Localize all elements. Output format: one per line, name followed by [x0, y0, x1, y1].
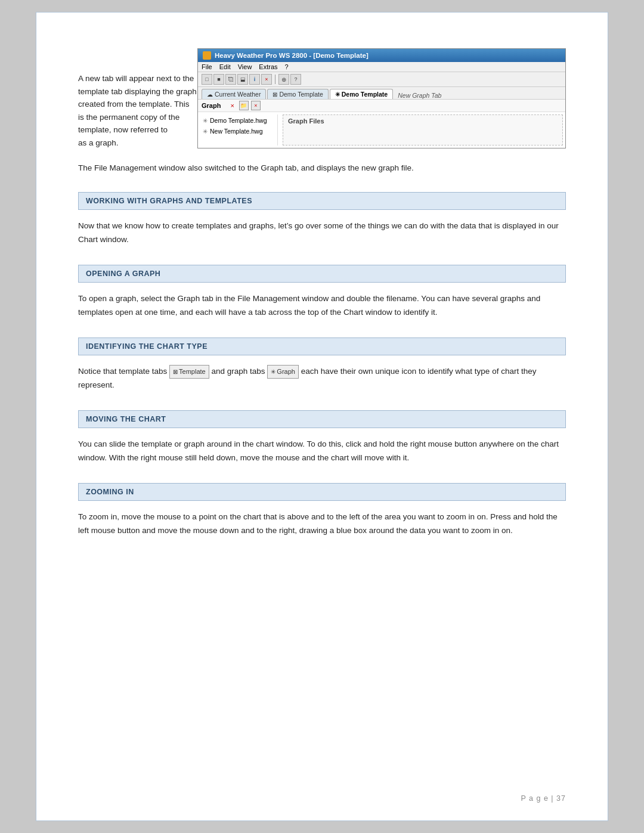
template-badge-label: Template [179, 366, 206, 377]
toolbar-sep1 [275, 75, 275, 84]
toolbar-info[interactable]: i [249, 74, 260, 85]
menu-edit[interactable]: Edit [219, 63, 231, 70]
template-badge-icon: ⊠ [173, 367, 178, 377]
graph-close-btn[interactable]: × [230, 102, 234, 109]
toolbar-connect[interactable]: ⊕ [278, 74, 289, 85]
inner-close-btn[interactable]: × [251, 101, 261, 110]
app-title-text: Heavy Weather Pro WS 2800 - [Demo Templa… [215, 52, 369, 59]
template-badge: ⊠ Template [169, 365, 209, 379]
section-header-working-graphs: WORKING WITH GRAPHS AND TEMPLATES [78, 192, 566, 210]
graph-badge: ✳ Graph [267, 365, 299, 379]
section-header-opening-graph: OPENING A GRAPH [78, 265, 566, 283]
tab-demo-template-graph[interactable]: ✳ Demo Template [330, 89, 393, 99]
footer-text: P a g e | 37 [521, 794, 566, 803]
section-header-moving-chart-text: MOVING THE CHART [86, 415, 166, 423]
intro-left-text: A new tab will appear next to the templa… [78, 72, 197, 150]
toolbar-paste[interactable]: ⬓ [237, 74, 248, 85]
section-header-chart-type-text: IDENTIFYING THE CHART TYPE [86, 342, 208, 351]
toolbar-close[interactable]: × [261, 74, 272, 85]
desc-text: The File Management window also switched… [78, 162, 566, 175]
app-titlebar: Heavy Weather Pro WS 2800 - [Demo Templa… [198, 49, 565, 62]
menu-extras[interactable]: Extras [259, 63, 277, 70]
file-list: ✳ Demo Template.hwg ✳ New Template.hwg [200, 114, 278, 145]
graph-files-panel: Graph Files [283, 114, 563, 145]
toolbar-save[interactable]: ■ [213, 74, 224, 85]
app-menubar[interactable]: File Edit View Extras ? [198, 62, 565, 72]
app-inner-toolbar: Graph × 📁 × [198, 100, 565, 112]
intro-line2: permanent copy of the [100, 113, 179, 122]
section-body-zooming: To zoom in, move the mouse to a point on… [78, 510, 566, 538]
tab-current-weather-label: Current Weather [215, 91, 261, 98]
section-body-working-graphs: Now that we know how to create templates… [78, 219, 566, 247]
graph-panel-label: Graph [202, 102, 221, 109]
file-name-1: Demo Template.hwg [210, 116, 267, 126]
section-body-moving-chart: You can slide the template or graph arou… [78, 438, 566, 465]
graph-badge-icon: ✳ [271, 367, 275, 377]
intro-line4: as a graph. [78, 138, 119, 147]
current-weather-icon: ☁ [207, 91, 213, 98]
tab-demo-template[interactable]: ⊠ Demo Template [267, 89, 328, 99]
graph-badge-label: Graph [277, 366, 295, 377]
app-tabs-row: ☁ Current Weather ⊠ Demo Template ✳ Demo… [198, 87, 565, 100]
file-item-1[interactable]: ✳ Demo Template.hwg [202, 116, 276, 126]
menu-view[interactable]: View [238, 63, 252, 70]
section-header-zooming-text: ZOOMING IN [86, 488, 134, 496]
graph-files-label: Graph Files [288, 117, 324, 125]
toolbar-new[interactable]: □ [202, 74, 212, 85]
tab-demo-template-label: Demo Template [279, 91, 323, 98]
app-title-icon [203, 51, 211, 60]
demo-template-graph-icon: ✳ [335, 91, 340, 98]
intro-screenshot-area: A new tab will appear next to the templa… [78, 48, 566, 150]
section-header-moving-chart: MOVING THE CHART [78, 410, 566, 428]
file-name-2: New Template.hwg [210, 127, 263, 137]
app-file-area: ✳ Demo Template.hwg ✳ New Template.hwg G… [198, 112, 565, 148]
section-body-chart-type: Notice that template tabs ⊠ Template and… [78, 365, 566, 392]
demo-template-icon: ⊠ [273, 91, 277, 98]
section-body-opening-graph: To open a graph, select the Graph tab in… [78, 292, 566, 320]
menu-help[interactable]: ? [285, 63, 289, 70]
section-header-opening-graph-text: OPENING A GRAPH [86, 270, 160, 278]
file-icon-1: ✳ [203, 116, 208, 125]
toolbar-copy[interactable]: ⿻ [225, 74, 236, 85]
page: A new tab will appear next to the templa… [36, 12, 608, 821]
file-item-2[interactable]: ✳ New Template.hwg [202, 126, 276, 137]
section-header-chart-type: IDENTIFYING THE CHART TYPE [78, 337, 566, 355]
menu-file[interactable]: File [202, 63, 212, 70]
tab-current-weather[interactable]: ☁ Current Weather [202, 89, 266, 99]
app-screenshot: Heavy Weather Pro WS 2800 - [Demo Templa… [197, 48, 566, 148]
inner-folder-btn[interactable]: 📁 [239, 101, 249, 110]
toolbar-question[interactable]: ? [290, 74, 301, 85]
section-header-working-graphs-text: WORKING WITH GRAPHS AND TEMPLATES [86, 197, 252, 205]
section-header-zooming: ZOOMING IN [78, 483, 566, 501]
chart-type-text-middle: and graph tabs [212, 367, 268, 376]
new-tab-label: New Graph Tab [398, 92, 441, 99]
intro-line3: template, now referred to [78, 125, 168, 134]
file-icon-2: ✳ [203, 127, 208, 136]
tab-demo-template-graph-label: Demo Template [342, 91, 388, 98]
chart-type-text-before: Notice that template tabs [78, 367, 169, 376]
page-footer: P a g e | 37 [521, 794, 566, 803]
app-toolbar: □ ■ ⿻ ⬓ i × ⊕ ? [198, 72, 565, 87]
